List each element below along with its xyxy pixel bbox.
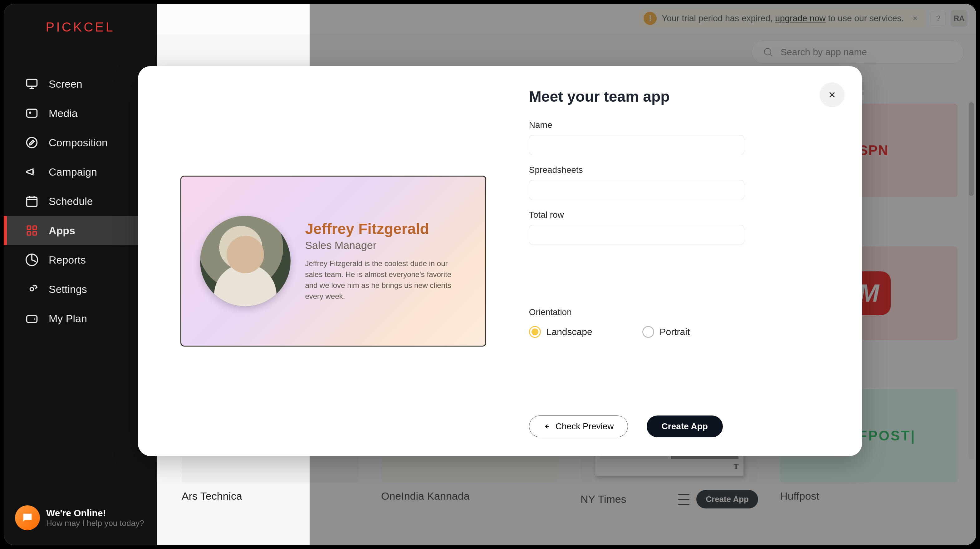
orientation-group: Orientation Landscape Portrait xyxy=(529,307,834,338)
totalrow-label: Total row xyxy=(529,210,834,220)
close-icon xyxy=(827,90,837,100)
name-input[interactable] xyxy=(529,135,745,155)
nav-label: Screen xyxy=(49,78,83,90)
svg-rect-5 xyxy=(27,226,30,229)
nav-label: My Plan xyxy=(49,313,87,325)
team-member-role: Sales Manager xyxy=(305,239,452,251)
nav-settings[interactable]: Settings xyxy=(4,274,157,304)
nav-label: Media xyxy=(49,107,78,119)
nav-myplan[interactable]: My Plan xyxy=(4,304,157,333)
apps-icon xyxy=(25,224,39,237)
chat-status: We're Online! xyxy=(46,508,144,519)
svg-rect-4 xyxy=(27,197,37,206)
svg-rect-10 xyxy=(27,316,37,322)
chart-icon xyxy=(25,253,39,267)
nav-label: Composition xyxy=(49,136,108,149)
svg-point-3 xyxy=(27,138,37,148)
modal-actions: Check Preview Create App xyxy=(529,416,723,437)
radio-label: Landscape xyxy=(546,327,592,337)
modal-preview-pane: Jeffrey Fitzgerald Sales Manager Jeffrey… xyxy=(138,66,529,456)
gear-icon xyxy=(25,282,39,296)
orientation-portrait-radio[interactable]: Portrait xyxy=(642,326,690,338)
monitor-icon xyxy=(25,77,39,91)
svg-point-9 xyxy=(30,287,34,291)
nav-reports[interactable]: Reports xyxy=(4,245,157,274)
nav-label: Reports xyxy=(49,254,86,266)
svg-rect-8 xyxy=(33,232,37,235)
team-member-text: Jeffrey Fitzgerald Sales Manager Jeffrey… xyxy=(305,220,452,301)
pencil-icon xyxy=(25,136,39,149)
nav: Screen Media Composition xyxy=(4,69,157,333)
nav-screen[interactable]: Screen xyxy=(4,69,157,98)
button-label: Check Preview xyxy=(555,421,614,432)
svg-point-2 xyxy=(30,112,31,113)
team-member-desc: Jeffrey Fitzgerald is the coolest dude i… xyxy=(305,258,452,301)
sidebar: PICKCEL Screen Media xyxy=(4,4,157,545)
totalrow-input[interactable] xyxy=(529,225,745,245)
svg-rect-6 xyxy=(33,226,37,229)
radio-label: Portrait xyxy=(660,327,690,337)
chat-widget[interactable]: We're Online! How may I help you today? xyxy=(15,505,144,530)
check-preview-button[interactable]: Check Preview xyxy=(529,416,628,437)
radio-dot-icon xyxy=(529,326,541,338)
spreadsheets-input[interactable] xyxy=(529,180,745,200)
radio-dot-icon xyxy=(642,326,654,338)
wallet-icon xyxy=(25,312,39,325)
nav-label: Campaign xyxy=(49,166,97,178)
name-label: Name xyxy=(529,120,834,130)
orientation-label: Orientation xyxy=(529,307,834,317)
team-member-photo xyxy=(200,216,291,306)
chat-text: We're Online! How may I help you today? xyxy=(46,508,144,528)
modal-close-button[interactable] xyxy=(819,83,845,107)
svg-rect-7 xyxy=(27,232,30,235)
spreadsheets-label: Spreadsheets xyxy=(529,165,834,175)
nav-label: Schedule xyxy=(49,195,93,208)
nav-apps[interactable]: Apps xyxy=(4,216,157,245)
orientation-landscape-radio[interactable]: Landscape xyxy=(529,326,592,338)
chat-bubble-icon xyxy=(15,505,40,530)
arrow-left-icon xyxy=(543,423,550,430)
nav-label: Settings xyxy=(49,283,87,295)
create-app-button[interactable]: Create App xyxy=(647,416,723,437)
image-icon xyxy=(25,106,39,120)
app-title: Ars Technica xyxy=(181,490,242,502)
nav-media[interactable]: Media xyxy=(4,98,157,128)
nav-campaign[interactable]: Campaign xyxy=(4,157,157,187)
team-member-name: Jeffrey Fitzgerald xyxy=(305,220,452,237)
brand-logo: PICKCEL xyxy=(4,4,157,51)
team-preview-card: Jeffrey Fitzgerald Sales Manager Jeffrey… xyxy=(180,176,486,347)
chat-prompt: How may I help you today? xyxy=(46,519,144,528)
meet-team-modal: Jeffrey Fitzgerald Sales Manager Jeffrey… xyxy=(138,66,862,456)
modal-form-pane: Meet your team app Name Spreadsheets Tot… xyxy=(529,66,862,456)
nav-schedule[interactable]: Schedule xyxy=(4,187,157,216)
modal-title: Meet your team app xyxy=(529,88,834,105)
nav-label: Apps xyxy=(49,225,75,237)
nav-composition[interactable]: Composition xyxy=(4,128,157,157)
svg-rect-1 xyxy=(27,109,37,117)
calendar-icon xyxy=(25,194,39,208)
megaphone-icon xyxy=(25,165,39,179)
svg-rect-0 xyxy=(27,79,37,86)
